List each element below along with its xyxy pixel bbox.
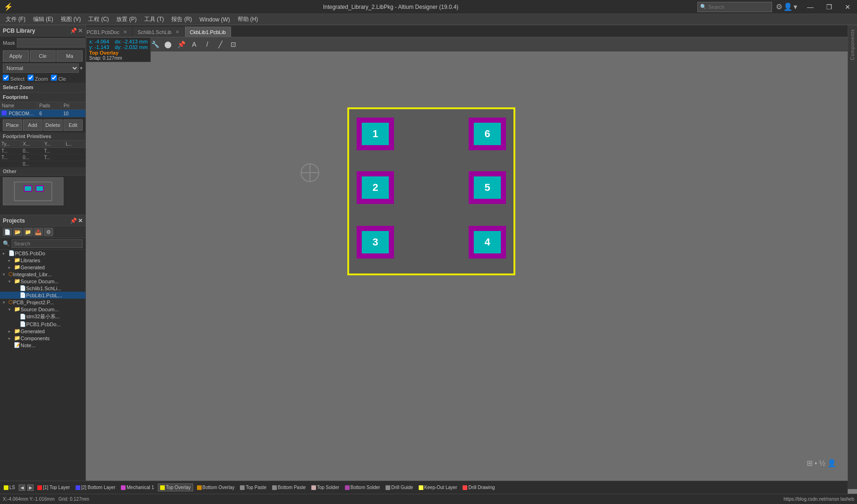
layer-bottom-overlay[interactable]: Bottom Overlay	[195, 484, 237, 491]
proj-checkout-btn[interactable]: 📤	[34, 228, 43, 236]
tree-item-schlib[interactable]: ▸ 📄 Schlib1.SchLi...	[0, 285, 85, 292]
tree-item-source-docum[interactable]: ▾ 📁 Source Docum...	[0, 278, 85, 285]
right-panel-components-label[interactable]: Components	[849, 27, 856, 62]
mask-input[interactable]	[17, 38, 85, 48]
layer-prev-btn[interactable]: ◀	[19, 484, 25, 491]
menu-report[interactable]: 报告 (R)	[168, 14, 196, 24]
menu-edit[interactable]: 编辑 (E)	[29, 14, 57, 24]
fp-col-name[interactable]: Name	[0, 102, 37, 109]
projects-close-icon[interactable]: ✕	[78, 217, 83, 224]
close-button[interactable]: ✕	[838, 0, 857, 14]
tree-item-integrated-lib[interactable]: ▾ ⬡ Integrated_Libr...	[0, 271, 85, 278]
delete-button[interactable]: Delete	[43, 119, 63, 131]
menu-project[interactable]: 工程 (C)	[84, 14, 112, 24]
account-icon[interactable]: ▾	[794, 2, 797, 11]
prim-row-2[interactable]: 0...	[0, 161, 85, 168]
wrench-tool[interactable]: 🔧	[149, 39, 161, 50]
prim-row-0[interactable]: T... 0... T...	[0, 148, 85, 154]
panel-pin-icon[interactable]: 📌	[70, 28, 77, 34]
rect-tool[interactable]: ⊡	[228, 39, 239, 50]
select-checkbox-label[interactable]: Select	[3, 75, 25, 82]
tree-item-components[interactable]: ▸ 📁 Components	[0, 335, 85, 342]
line-tool[interactable]: /	[202, 39, 213, 50]
layer-top-paste[interactable]: Top Paste	[238, 484, 268, 491]
layer-ls[interactable]: LS	[2, 484, 17, 491]
tab-schlib-close[interactable]: ✕	[176, 29, 179, 35]
projects-search-input[interactable]	[12, 239, 83, 248]
tree-item-note[interactable]: ▸ 📝 Note...	[0, 342, 85, 349]
zoom-checkbox-label[interactable]: Zoom	[28, 75, 48, 82]
add-button[interactable]: Add	[23, 119, 42, 131]
settings-icon[interactable]: ⚙	[776, 2, 782, 11]
layer-drill-drawing[interactable]: Drill Drawing	[461, 484, 497, 491]
prim-col-x[interactable]: X...	[21, 140, 43, 147]
tree-item-pcb-project[interactable]: ▾ ⬡ PCB_Project2.P...	[0, 299, 85, 306]
cle-checkbox-label[interactable]: Cle	[51, 75, 66, 82]
half-icon[interactable]: ½	[819, 459, 825, 468]
menu-help[interactable]: 帮助 (H)	[234, 14, 262, 24]
user-icon[interactable]: 👤	[783, 2, 793, 11]
layer-drill-guide[interactable]: Drill Guide	[384, 484, 415, 491]
layer-bottom[interactable]: [2] Bottom Layer	[74, 484, 117, 491]
pin-tool[interactable]: 📌	[176, 39, 187, 50]
tree-item-libraries[interactable]: ▸ 📁 Libraries	[0, 257, 85, 264]
menu-tools[interactable]: 工具 (T)	[140, 14, 168, 24]
text-tool[interactable]: A	[189, 39, 200, 50]
mode-select[interactable]: Normal	[3, 63, 79, 73]
layer-top[interactable]: [1] Top Layer	[35, 484, 72, 491]
proj-settings-btn[interactable]: ⚙	[44, 228, 53, 236]
menu-file[interactable]: 文件 (F)	[2, 14, 29, 24]
select-checkbox[interactable]	[3, 75, 9, 81]
layer-bottom-solder[interactable]: Bottom Solder	[343, 484, 382, 491]
user2-icon[interactable]: 👤	[827, 459, 836, 468]
edit-button[interactable]: Edit	[63, 119, 83, 131]
minimize-button[interactable]: —	[801, 0, 820, 14]
menu-place[interactable]: 放置 (P)	[112, 14, 140, 24]
tab-pcblib[interactable]: CkbLib1.PcbLib	[185, 27, 231, 37]
tree-item-stm32[interactable]: ▸ 📄 stm32最小系...	[0, 313, 85, 321]
menu-view[interactable]: 视图 (V)	[57, 14, 84, 24]
layer-bottom-paste[interactable]: Bottom Paste	[270, 484, 308, 491]
place-button[interactable]: Place	[3, 119, 22, 131]
zoom-checkbox[interactable]	[28, 75, 34, 81]
prim-col-ty[interactable]: Ty...	[0, 140, 21, 147]
canvas-area[interactable]: 1 6 2 5 3	[86, 51, 848, 481]
maximize-button[interactable]: ❐	[820, 0, 838, 14]
layer-keepout[interactable]: Keep-Out Layer	[417, 484, 459, 491]
tree-item-generated[interactable]: ▸ 📁 Generated	[0, 264, 85, 271]
fp-col-pads[interactable]: Pads	[37, 102, 62, 109]
apply-button[interactable]: Apply	[3, 50, 29, 62]
grid-icon[interactable]: ⊞	[807, 459, 813, 468]
fp-col-pri[interactable]: Pri	[62, 102, 85, 109]
tree-item-generated2[interactable]: ▸ 📁 Generated	[0, 328, 85, 335]
projects-pin-icon[interactable]: 📌	[70, 217, 77, 224]
tree-item-source-docum2[interactable]: ▾ 📁 Source Docum...	[0, 306, 85, 313]
mode-dropdown-icon[interactable]: ▾	[80, 65, 83, 71]
cle-checkbox[interactable]	[51, 75, 57, 81]
proj-new-folder-btn[interactable]: 📁	[23, 228, 33, 236]
fp-row[interactable]: PCBCOMP... 6 10	[0, 110, 85, 118]
proj-open-btn[interactable]: 📂	[13, 228, 22, 236]
layer-next-btn[interactable]: ▶	[27, 484, 34, 491]
prim-col-l[interactable]: L...	[64, 140, 85, 147]
layer-top-overlay[interactable]: Top Overlay	[158, 483, 193, 491]
tab-schlib[interactable]: Schlib1.SchLib ✕	[133, 27, 184, 37]
menu-window[interactable]: Window (W)	[196, 15, 233, 24]
panel-close-icon[interactable]: ✕	[78, 28, 83, 34]
prim-col-y[interactable]: Y...	[43, 140, 64, 147]
arc-tool[interactable]: ╱	[215, 39, 226, 50]
proj-new-file-btn[interactable]: 📄	[3, 228, 12, 236]
circle-tool[interactable]: ⬤	[162, 39, 174, 50]
tree-item-pcblib[interactable]: ▸ 📄 PcbLib1.PcbL...	[0, 292, 85, 299]
tree-item-pcb5[interactable]: ▸ 📄 PCB5.PcbDo	[0, 250, 85, 257]
tab-pcb[interactable]: PCB1.PcbDoc ✕	[81, 27, 132, 37]
prim-cell-ty-2	[0, 161, 21, 167]
clear-button[interactable]: Cle	[30, 50, 56, 62]
layer-top-solder[interactable]: Top Solder	[309, 484, 341, 491]
tree-item-pcb1[interactable]: ▸ 📄 PCB1.PcbDo...	[0, 321, 85, 328]
mask-button[interactable]: Ma	[56, 50, 83, 62]
prim-row-1[interactable]: T... 0... T...	[0, 154, 85, 161]
search-input[interactable]	[697, 2, 772, 12]
layer-mechanical[interactable]: Mechanical 1	[119, 484, 156, 491]
tab-pcb-close[interactable]: ✕	[123, 29, 127, 35]
